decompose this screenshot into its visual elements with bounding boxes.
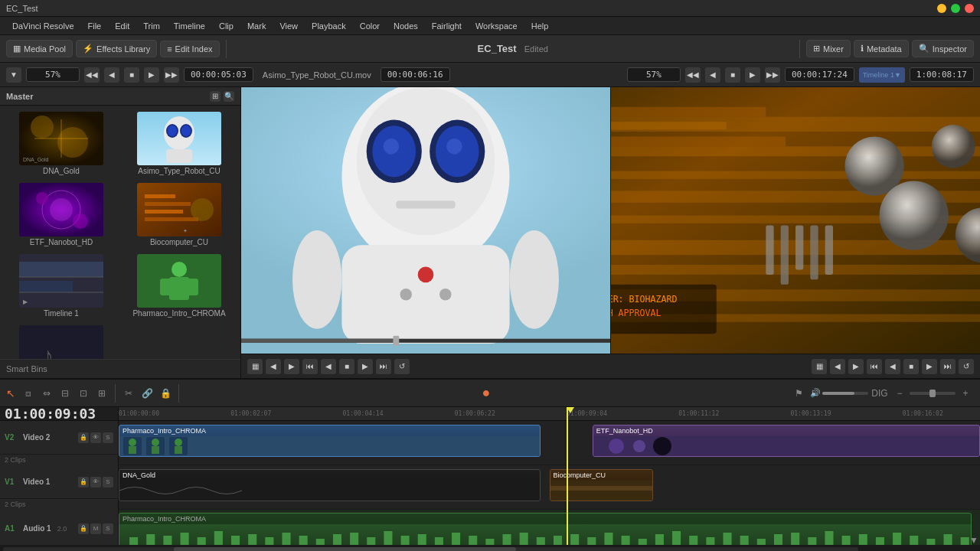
menu-edit[interactable]: Edit [109, 20, 136, 32]
trim-tool-btn[interactable]: ⇔ [38, 385, 55, 402]
src-prev-frame[interactable]: ◀ [266, 359, 281, 374]
media-item-etf-nanobot[interactable]: ETF_Nanobot_HD [3, 180, 119, 249]
timeline-timecode[interactable]: 00:00:17:24 [785, 67, 854, 82]
media-thumb-lcd-panel: ♪ [19, 325, 103, 359]
media-item-pharmaco[interactable]: Pharmaco_Intro_CHROMA [121, 251, 237, 321]
left-panel-search-btn[interactable]: 🔍 [224, 91, 234, 102]
blade-tool-btn[interactable]: ⊟ [57, 385, 74, 402]
timeline-scrollbar[interactable] [0, 545, 980, 551]
pgm-loop[interactable]: ↺ [959, 359, 974, 374]
tl-transport-stop[interactable]: ■ [725, 67, 740, 83]
menu-nodes[interactable]: Nodes [387, 20, 424, 32]
zoom-out-btn[interactable]: − [891, 385, 908, 402]
volume-slider[interactable] [822, 392, 868, 395]
menu-clip[interactable]: Clip [213, 20, 240, 32]
left-panel-grid-btn[interactable]: ⊞ [210, 91, 220, 102]
src-step-back[interactable]: ◀ [321, 359, 336, 374]
menu-mark[interactable]: Mark [241, 20, 272, 32]
toolbar-media-pool-button[interactable]: ▦ Media Pool [6, 40, 73, 57]
tl-transport-step-back[interactable]: ◀ [705, 67, 720, 83]
out-timecode[interactable]: 1:00:08:17 [910, 67, 974, 82]
tl-transport-prev[interactable]: ◀◀ [685, 67, 701, 83]
toolbar-metadata-button[interactable]: ℹ Metadata [854, 40, 909, 57]
pgm-step-back[interactable]: ◀ [885, 359, 900, 374]
source-transport-play[interactable]: ▶ [144, 67, 159, 83]
pgm-play[interactable]: ▶ [922, 359, 937, 374]
maximize-button[interactable] [951, 4, 960, 13]
clip-duration[interactable]: 00:00:06:16 [381, 67, 450, 82]
source-transport-stop[interactable]: ■ [124, 67, 139, 83]
audio-mode-btn[interactable]: DIG [871, 385, 888, 402]
media-item-lcd-panel[interactable]: ♪ LCD_Panel_Intro [3, 322, 119, 359]
track-v2-lock[interactable]: 🔒 [78, 432, 89, 443]
timeline-selector[interactable]: Timeline 1▼ [859, 67, 905, 83]
track-v1-lock[interactable]: 🔒 [78, 477, 89, 487]
clip-dna-v1[interactable]: DNA_Gold [119, 469, 541, 501]
source-transport-next[interactable]: ▶▶ [164, 67, 179, 83]
clip-pharmaco-v2[interactable]: Pharmaco_Intro_CHROMA [119, 425, 541, 457]
toolbar-edit-index-button[interactable]: ≡ Edit Index [160, 41, 219, 57]
ripple-tool-btn[interactable]: ⊞ [93, 385, 110, 402]
media-item-dna-gold[interactable]: DNA_Gold DNA_Gold [3, 109, 119, 178]
tl-transport-play[interactable]: ▶ [745, 67, 760, 83]
select-tool-btn[interactable]: ⧈ [20, 385, 37, 402]
src-format-btn[interactable]: ▦ [247, 359, 263, 374]
track-a1-lock[interactable]: 🔒 [78, 523, 89, 534]
zoom-in-btn[interactable]: + [957, 385, 974, 402]
pgm-format-btn[interactable]: ▦ [812, 359, 827, 374]
pgm-prev-frame[interactable]: ◀ [830, 359, 845, 374]
zoom-slider[interactable] [910, 392, 956, 395]
tl-transport-next[interactable]: ▶▶ [765, 67, 780, 83]
source-menu-btn[interactable]: ▼ [6, 67, 21, 83]
snap-btn[interactable]: 🔒 [157, 385, 174, 402]
track-v2-eye[interactable]: 👁 [90, 432, 101, 443]
zoom-level-timeline[interactable]: 57% [627, 67, 681, 82]
menu-playback[interactable]: Playback [305, 20, 352, 32]
source-transport-prev[interactable]: ◀◀ [84, 67, 100, 83]
menu-workspace[interactable]: Workspace [469, 20, 524, 32]
smart-bins[interactable]: Smart Bins [0, 359, 240, 378]
track-a1-mute[interactable]: S [103, 523, 113, 534]
media-item-timeline1[interactable]: ▶ Timeline 1 [3, 251, 119, 321]
src-go-start[interactable]: ⏮ [302, 359, 318, 374]
menu-fairlight[interactable]: Fairlight [426, 20, 468, 32]
src-loop[interactable]: ↺ [394, 359, 410, 374]
src-next-frame[interactable]: ▶ [284, 359, 299, 374]
toolbar-effects-library-button[interactable]: ⚡ Effects Library [76, 40, 157, 57]
toolbar-inspector-button[interactable]: 🔍 Inspector [912, 40, 974, 57]
slide-tool-btn[interactable]: ⊡ [75, 385, 92, 402]
scrollbar-handle[interactable] [174, 547, 516, 551]
menu-timeline[interactable]: Timeline [168, 20, 211, 32]
src-play[interactable]: ▶ [358, 359, 373, 374]
source-transport-step-back[interactable]: ◀ [104, 67, 119, 83]
blade-btn[interactable]: ✂ [120, 385, 137, 402]
zoom-level-source[interactable]: 57% [26, 67, 80, 82]
menu-davinci-resolve[interactable]: DaVinci Resolve [6, 20, 80, 32]
close-button[interactable] [965, 4, 974, 13]
pgm-go-start[interactable]: ⏮ [867, 359, 882, 374]
src-stop[interactable]: ■ [339, 359, 354, 374]
menu-help[interactable]: Help [525, 20, 555, 32]
menu-trim[interactable]: Trim [137, 20, 166, 32]
track-a1-eye[interactable]: M [90, 523, 101, 534]
menu-file[interactable]: File [82, 20, 108, 32]
media-item-asimo-robot[interactable]: Asimo_Type_Robot_CU [121, 109, 237, 178]
menu-view[interactable]: View [273, 20, 304, 32]
source-timecode[interactable]: 00:00:05:03 [184, 67, 253, 82]
link-btn[interactable]: 🔗 [139, 385, 155, 402]
track-v1-mute[interactable]: S [103, 477, 113, 487]
clip-audio-pharmaco[interactable]: Pharmaco_Intro_CHROMA [119, 513, 972, 545]
media-item-biocomputer[interactable]: ✦ Biocomputer_CU [121, 180, 237, 249]
flag-btn[interactable]: ⚑ [790, 385, 807, 402]
track-v1-eye[interactable]: 👁 [90, 477, 101, 487]
clip-bio-v1[interactable]: Biocomputer_CU [550, 469, 653, 501]
track-v2-mute[interactable]: S [103, 432, 113, 443]
pgm-go-end[interactable]: ⏭ [940, 359, 956, 374]
minimize-button[interactable] [937, 4, 946, 13]
menu-color[interactable]: Color [354, 20, 386, 32]
toolbar-mixer-button[interactable]: ⊞ Mixer [806, 40, 851, 57]
src-go-end[interactable]: ⏭ [376, 359, 391, 374]
pgm-next-frame[interactable]: ▶ [848, 359, 864, 374]
pgm-stop[interactable]: ■ [903, 359, 919, 374]
clip-etf-v2[interactable]: ETF_Nanobot_HD [593, 425, 980, 457]
